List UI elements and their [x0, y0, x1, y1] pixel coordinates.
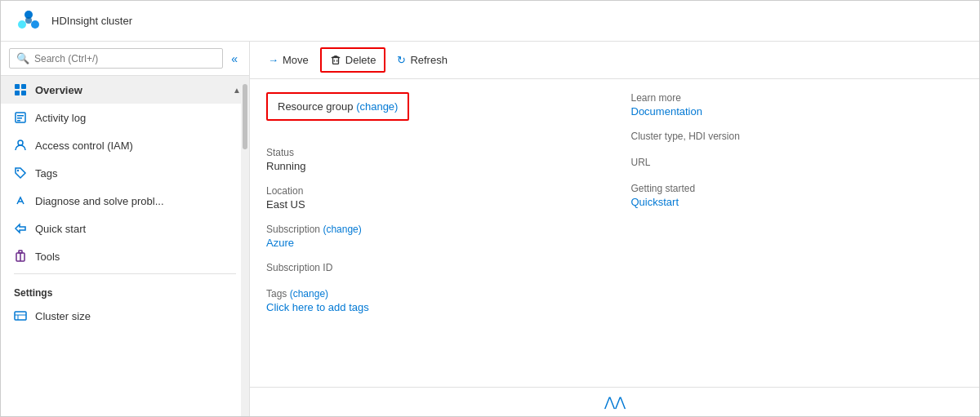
collapse-sidebar-button[interactable]: «: [228, 51, 241, 67]
refresh-button[interactable]: ↻ Refresh: [389, 49, 456, 71]
refresh-label: Refresh: [410, 54, 448, 66]
delete-button[interactable]: Delete: [320, 47, 386, 73]
settings-section-header: Settings: [1, 277, 249, 302]
sidebar-scrollbar-track[interactable]: [241, 82, 249, 416]
url-label: URL: [631, 157, 964, 168]
content-body: Resource group (change) Status Running: [250, 79, 979, 416]
app-title: HDInsight cluster: [51, 15, 132, 27]
access-control-icon: [14, 139, 27, 152]
svg-rect-7: [21, 91, 26, 95]
documentation-link[interactable]: Documentation: [631, 105, 702, 118]
sidebar-item-tags-label: Tags: [35, 167, 57, 180]
resource-group-change-link[interactable]: (change): [356, 100, 398, 113]
sidebar-item-quick-start[interactable]: Quick start: [1, 215, 249, 242]
subscription-value-link[interactable]: Azure: [266, 237, 294, 249]
sidebar-item-access-control-label: Access control (IAM): [35, 140, 133, 152]
svg-rect-4: [15, 84, 20, 89]
sidebar-scrollbar-thumb[interactable]: [243, 84, 247, 149]
move-label: Move: [283, 54, 309, 66]
app-container: HDInsight cluster 🔍 « Overview: [0, 0, 980, 417]
subscription-change-link[interactable]: (change): [323, 224, 361, 235]
svg-point-1: [18, 20, 26, 29]
cluster-type-label: Cluster type, HDI version: [631, 131, 964, 142]
location-value: East US: [266, 198, 599, 211]
sidebar-item-activity-log[interactable]: Activity log: [1, 104, 249, 131]
svg-rect-11: [17, 120, 20, 122]
sidebar-item-overview[interactable]: Overview ▲: [1, 76, 249, 104]
learn-more-label: Learn more: [631, 92, 964, 104]
search-bar: 🔍 «: [1, 42, 249, 76]
svg-marker-13: [16, 168, 25, 178]
nav-list: Overview ▲ Activity log Access control (…: [1, 76, 249, 416]
sidebar-item-tools-label: Tools: [35, 251, 60, 263]
subscription-id-group: Subscription ID: [266, 262, 599, 275]
resource-group-box: Resource group (change): [266, 92, 409, 121]
sidebar-item-cluster-size-label: Cluster size: [35, 310, 91, 322]
sidebar-item-tags[interactable]: Tags: [1, 159, 249, 187]
status-value: Running: [266, 160, 599, 172]
subscription-label: Subscription (change): [266, 224, 599, 235]
svg-point-2: [31, 20, 39, 29]
quick-start-icon: [14, 222, 27, 235]
svg-rect-6: [15, 91, 20, 95]
search-input[interactable]: [34, 53, 216, 64]
delete-label: Delete: [345, 54, 376, 66]
resource-group-group: Resource group (change): [266, 92, 599, 134]
cluster-type-group: Cluster type, HDI version: [631, 131, 964, 144]
tags-group: Tags (change) Click here to add tags: [266, 288, 599, 313]
tags-change-link[interactable]: (change): [290, 288, 328, 299]
overview-collapse-arrow: ▲: [233, 86, 241, 95]
sidebar-item-activity-log-label: Activity log: [35, 112, 86, 124]
hdinsight-logo: [14, 7, 43, 36]
settings-divider: [14, 273, 236, 274]
resource-group-label: Resource group: [278, 100, 354, 113]
getting-started-group: Getting started Quickstart: [631, 183, 964, 208]
getting-started-label: Getting started: [631, 183, 964, 194]
scroll-up-icon: ⋀⋀: [604, 394, 626, 410]
url-group: URL: [631, 157, 964, 170]
top-header: HDInsight cluster: [1, 1, 979, 42]
content-area: → Move Delete: [250, 42, 979, 416]
quickstart-link[interactable]: Quickstart: [631, 196, 679, 208]
svg-point-14: [17, 170, 19, 171]
delete-icon: [330, 54, 341, 67]
scroll-up-button[interactable]: ⋀⋀: [250, 387, 979, 416]
sidebar: 🔍 « Overview ▲: [1, 42, 250, 416]
sidebar-item-access-control[interactable]: Access control (IAM): [1, 131, 249, 159]
svg-point-3: [25, 17, 32, 24]
move-button[interactable]: → Move: [260, 49, 317, 71]
sidebar-item-tools[interactable]: Tools: [1, 242, 249, 270]
search-input-wrapper: 🔍: [9, 48, 223, 69]
svg-rect-10: [17, 118, 22, 119]
refresh-icon: ↻: [397, 54, 406, 66]
search-icon: 🔍: [16, 52, 29, 64]
svg-rect-18: [15, 312, 26, 320]
status-label: Status: [266, 147, 599, 158]
main-layout: 🔍 « Overview ▲: [1, 42, 979, 416]
info-left: Resource group (change) Status Running: [266, 92, 599, 374]
sidebar-item-quick-start-label: Quick start: [35, 223, 86, 235]
status-group: Status Running: [266, 147, 599, 172]
svg-rect-9: [17, 115, 24, 117]
diagnose-icon: [14, 194, 27, 207]
sidebar-item-diagnose-label: Diagnose and solve probl...: [35, 195, 164, 207]
svg-rect-5: [21, 84, 26, 89]
info-panel: Resource group (change) Status Running: [250, 79, 979, 387]
toolbar: → Move Delete: [250, 42, 979, 79]
activity-log-icon: [14, 111, 27, 124]
svg-point-12: [18, 140, 23, 145]
info-right: Learn more Documentation Cluster type, H…: [599, 92, 964, 374]
tags-icon: [14, 166, 27, 180]
learn-more-group: Learn more Documentation: [631, 92, 964, 118]
sidebar-item-overview-label: Overview: [35, 84, 82, 96]
tags-label: Tags (change): [266, 288, 599, 299]
location-group: Location East US: [266, 185, 599, 211]
subscription-group: Subscription (change) Azure: [266, 224, 599, 249]
subscription-id-label: Subscription ID: [266, 262, 599, 273]
overview-icon: [14, 83, 27, 96]
sidebar-item-diagnose[interactable]: Diagnose and solve probl...: [1, 187, 249, 215]
tags-add-link[interactable]: Click here to add tags: [266, 301, 369, 313]
cluster-size-icon: [14, 309, 27, 322]
sidebar-item-cluster-size[interactable]: Cluster size: [1, 302, 249, 330]
location-label: Location: [266, 185, 599, 197]
